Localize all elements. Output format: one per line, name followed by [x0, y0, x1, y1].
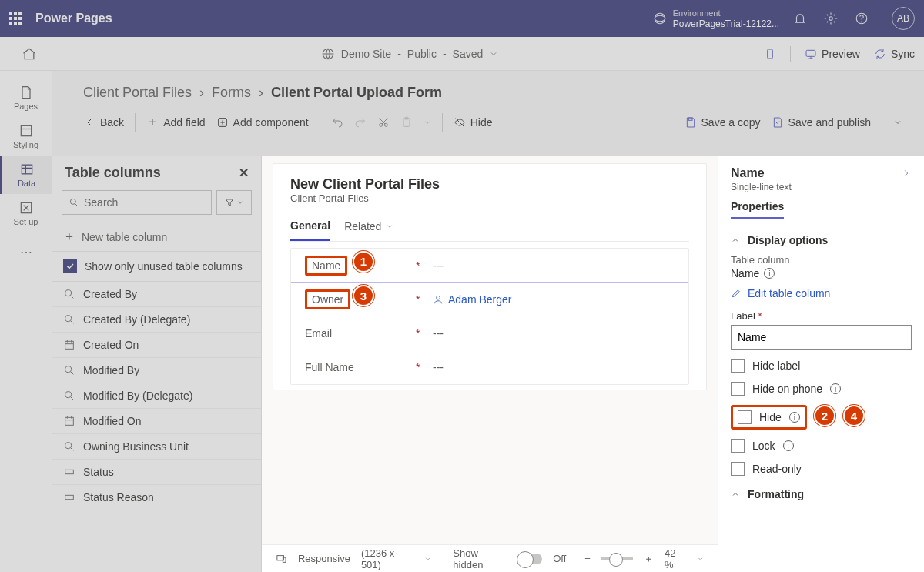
- column-item-label: Owning Business Unit: [83, 440, 189, 453]
- redo-icon[interactable]: [354, 116, 367, 129]
- chevron-down-icon[interactable]: [697, 555, 704, 563]
- nav-data[interactable]: Data: [0, 156, 52, 194]
- lock-checkbox[interactable]: Lock i: [731, 439, 912, 453]
- environment-picker[interactable]: Environment PowerPagesTrial-12122...: [653, 8, 779, 29]
- responsive-icon: [276, 553, 287, 565]
- column-filter-button[interactable]: [216, 190, 252, 215]
- field-label: Name: [305, 256, 347, 276]
- save-copy-button[interactable]: Save a copy: [685, 116, 761, 129]
- column-item[interactable]: Modified By: [52, 358, 261, 383]
- preview-button[interactable]: Preview: [805, 48, 860, 60]
- nav-setup[interactable]: Set up: [0, 194, 52, 232]
- cut-icon[interactable]: [377, 116, 390, 129]
- hide-on-phone-checkbox[interactable]: Hide on phone i: [731, 382, 912, 396]
- readonly-checkbox[interactable]: Read-only: [731, 462, 912, 476]
- form-field-row[interactable]: Email*---: [291, 316, 688, 350]
- nav-styling-label: Styling: [13, 140, 38, 149]
- form-toolbar: Back ＋ Add field Add component Hide Save…: [52, 112, 924, 142]
- close-icon[interactable]: ✕: [239, 166, 249, 180]
- zoom-slider[interactable]: [601, 557, 633, 560]
- help-icon[interactable]: [855, 12, 869, 25]
- new-column-label: New table column: [82, 231, 167, 243]
- info-icon[interactable]: i: [789, 412, 800, 423]
- user-avatar[interactable]: AB: [892, 7, 915, 30]
- undo-icon[interactable]: [331, 116, 343, 129]
- tab-general[interactable]: General: [290, 215, 330, 241]
- zoom-out-button[interactable]: −: [584, 553, 591, 564]
- zoom-in-button[interactable]: ＋: [644, 552, 654, 566]
- hide-label-checkbox[interactable]: Hide label: [731, 359, 912, 373]
- column-item-label: Modified By (Delegate): [83, 390, 192, 402]
- pages-icon: [18, 85, 34, 100]
- column-item[interactable]: Modified By (Delegate): [52, 383, 261, 409]
- edit-table-column-link[interactable]: Edit table column: [731, 287, 912, 299]
- prop-tab-properties[interactable]: Properties: [731, 200, 784, 219]
- show-unused-checkbox[interactable]: Show only unused table columns: [52, 252, 261, 282]
- new-table-column-button[interactable]: ＋ New table column: [52, 222, 261, 252]
- column-item[interactable]: Created By (Delegate): [52, 307, 261, 333]
- info-icon[interactable]: i: [783, 440, 794, 451]
- label-input[interactable]: [731, 325, 912, 350]
- column-item-label: Status: [83, 466, 114, 478]
- nav-pages[interactable]: Pages: [0, 79, 52, 117]
- info-icon[interactable]: i: [830, 383, 841, 394]
- form-field-row[interactable]: Full Name*---: [291, 350, 688, 384]
- chevron-down-icon[interactable]: [893, 118, 902, 127]
- info-icon[interactable]: i: [764, 268, 775, 279]
- paste-icon[interactable]: [400, 116, 413, 129]
- crumb-table[interactable]: Client Portal Files: [83, 85, 192, 101]
- nav-pages-label: Pages: [14, 102, 38, 111]
- svg-rect-23: [65, 417, 74, 425]
- device-icon[interactable]: [764, 48, 776, 60]
- column-item[interactable]: Created On: [52, 333, 261, 358]
- section-formatting[interactable]: Formatting: [731, 488, 912, 500]
- component-icon: [216, 116, 229, 129]
- eye-off-icon: [454, 116, 466, 129]
- sync-button[interactable]: Sync: [874, 48, 915, 60]
- column-item[interactable]: Status: [52, 460, 261, 485]
- column-item[interactable]: Status Reason: [52, 485, 261, 510]
- bell-icon[interactable]: [793, 12, 807, 25]
- nav-styling[interactable]: Styling: [0, 117, 52, 156]
- left-nav-rail: Pages Styling Data Set up ⋯: [0, 71, 52, 572]
- checkbox-checked-icon: [63, 259, 77, 273]
- crumb-forms[interactable]: Forms: [212, 85, 251, 101]
- app-launcher-icon[interactable]: [9, 12, 22, 25]
- column-search-input[interactable]: Search: [62, 190, 212, 215]
- site-name[interactable]: Demo Site: [341, 48, 391, 60]
- column-item[interactable]: Created By: [52, 282, 261, 307]
- required-indicator: *: [416, 327, 422, 340]
- back-button[interactable]: Back: [83, 116, 124, 129]
- chevron-right-icon[interactable]: [901, 168, 912, 179]
- plus-icon: ＋: [146, 114, 159, 130]
- gear-icon[interactable]: [824, 12, 838, 25]
- prop-type: Single-line text: [731, 182, 912, 192]
- section-display-options[interactable]: Display options: [731, 234, 912, 246]
- form-field-row[interactable]: Name1*---: [291, 249, 688, 283]
- nav-more[interactable]: ⋯: [0, 232, 52, 271]
- field-label: Email: [305, 327, 332, 340]
- site-bar: Demo Site - Public - Saved Preview Sync: [0, 37, 924, 71]
- save-publish-button[interactable]: Save and publish: [772, 116, 871, 129]
- field-value: Adam Berger: [433, 293, 511, 306]
- table-columns-title: Table columns: [65, 165, 161, 181]
- home-icon[interactable]: [22, 46, 37, 62]
- column-item[interactable]: Modified On: [52, 409, 261, 434]
- checkbox-icon: [731, 439, 745, 453]
- show-hidden-toggle[interactable]: [518, 554, 543, 564]
- hide-checkbox[interactable]: Hide i: [731, 405, 807, 430]
- tab-related[interactable]: Related: [344, 215, 393, 241]
- chevron-down-icon[interactable]: [424, 119, 431, 126]
- chevron-down-icon[interactable]: [424, 555, 431, 563]
- svg-point-27: [437, 296, 440, 299]
- form-field-row[interactable]: Owner3*Adam Berger: [291, 283, 688, 316]
- hide-text: Hide: [759, 411, 782, 423]
- field-value: ---: [433, 327, 444, 340]
- add-component-button[interactable]: Add component: [216, 116, 309, 129]
- add-field-button[interactable]: ＋ Add field: [146, 114, 205, 130]
- responsive-label[interactable]: Responsive: [298, 553, 350, 564]
- annotation-callout-2: 2: [814, 405, 835, 426]
- column-item[interactable]: Owning Business Unit: [52, 434, 261, 460]
- hide-button[interactable]: Hide: [454, 116, 493, 129]
- chevron-down-icon[interactable]: [489, 49, 498, 59]
